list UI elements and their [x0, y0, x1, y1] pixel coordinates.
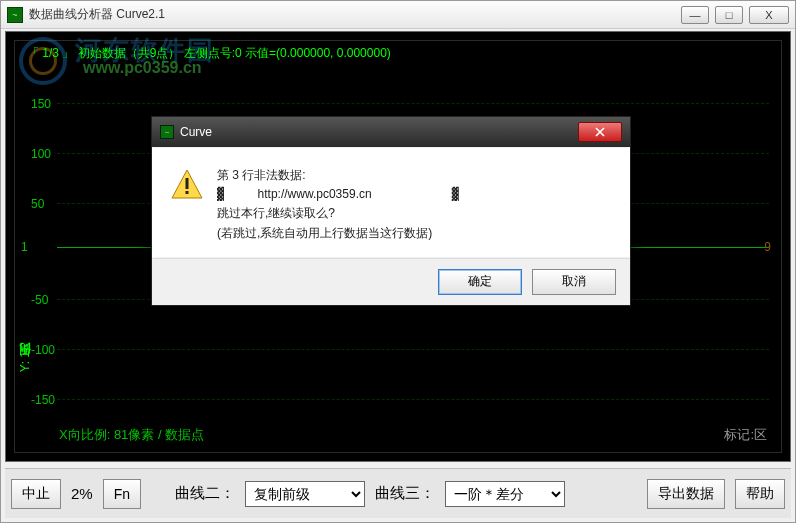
dialog-titlebar[interactable]: ~ Curve — [152, 117, 630, 147]
dialog-ok-button[interactable]: 确定 — [438, 269, 522, 295]
msg-line-1: 第 3 行非法数据: — [217, 166, 459, 185]
curve2-select[interactable]: 复制前级 — [245, 481, 365, 507]
dialog-button-row: 确定 取消 — [152, 258, 630, 305]
dialog-app-icon: ~ — [160, 125, 174, 139]
msg-line-3: (若跳过,系统自动用上行数据当这行数据) — [217, 224, 459, 243]
status-line: 「 1/3 」 初始数据（共9点） 左侧点号:0 示值=(0.000000, 0… — [27, 45, 391, 62]
window-titlebar: ~ 数据曲线分析器 Curve2.1 — □ X — [1, 1, 795, 29]
x-left-value: 1 — [21, 240, 28, 254]
maximize-button[interactable]: □ — [715, 6, 743, 24]
close-button[interactable]: X — [749, 6, 789, 24]
dialog-close-button[interactable] — [578, 122, 622, 142]
help-button[interactable]: 帮助 — [735, 479, 785, 509]
close-icon — [595, 127, 605, 137]
y-axis-title: Y向比例: 1 — [17, 351, 34, 372]
gridline — [57, 103, 769, 104]
curve3-select[interactable]: 一阶＊差分 — [445, 481, 565, 507]
fn-button[interactable]: Fn — [103, 479, 141, 509]
dialog-cancel-button[interactable]: 取消 — [532, 269, 616, 295]
export-button[interactable]: 导出数据 — [647, 479, 725, 509]
ytick: -150 — [31, 393, 55, 407]
ytick: 100 — [31, 147, 51, 161]
ytick: -50 — [31, 293, 48, 307]
dialog-title: Curve — [180, 125, 212, 139]
marker-label: 标记:区 — [724, 426, 767, 444]
msg-line-url: ▓ http://www.pc0359.cn ▓ — [217, 185, 459, 204]
curve2-label: 曲线二： — [175, 484, 235, 503]
x-right-value: 9 — [764, 240, 771, 254]
app-icon: ~ — [7, 7, 23, 23]
svg-rect-2 — [186, 191, 189, 194]
watermark-url: www.pc0359.cn — [83, 59, 202, 77]
ytick: 150 — [31, 97, 51, 111]
window-buttons: — □ X — [681, 6, 789, 24]
ytick: -100 — [31, 343, 55, 357]
warning-icon — [171, 168, 203, 200]
svg-rect-1 — [186, 178, 189, 189]
curve3-label: 曲线三： — [375, 484, 435, 503]
ytick: 50 — [31, 197, 44, 211]
error-dialog: ~ Curve 第 3 行非法数据: ▓ http://www.pc0359.c… — [151, 116, 631, 306]
gridline — [57, 399, 769, 400]
window-title: 数据曲线分析器 Curve2.1 — [29, 6, 681, 23]
x-axis-info: X向比例: 81像素 / 数据点 — [59, 426, 204, 444]
percent-label: 2% — [71, 485, 93, 502]
abort-button[interactable]: 中止 — [11, 479, 61, 509]
dialog-body: 第 3 行非法数据: ▓ http://www.pc0359.cn ▓ 跳过本行… — [153, 148, 629, 257]
minimize-button[interactable]: — — [681, 6, 709, 24]
bottom-toolbar: 中止 2% Fn 曲线二： 复制前级 曲线三： 一阶＊差分 导出数据 帮助 — [5, 468, 791, 518]
dialog-message: 第 3 行非法数据: ▓ http://www.pc0359.cn ▓ 跳过本行… — [217, 166, 459, 243]
msg-line-2: 跳过本行,继续读取么? — [217, 204, 459, 223]
gridline — [57, 349, 769, 350]
